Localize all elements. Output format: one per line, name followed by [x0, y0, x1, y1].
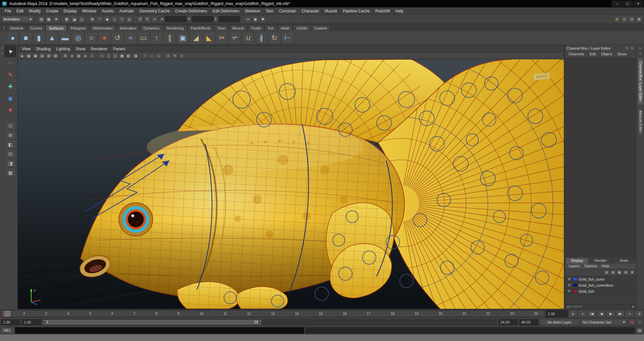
menu-pipeline-cache[interactable]: Pipeline Cache: [340, 8, 373, 14]
grease-pencil-icon[interactable]: ✎: [172, 53, 178, 59]
collapse-toolbox-icon[interactable]: ◂: [0, 46, 3, 50]
field-chart-icon[interactable]: ▩: [119, 53, 125, 59]
planar-icon[interactable]: ▭: [138, 32, 150, 44]
detach-surfaces-icon[interactable]: ∦: [255, 32, 267, 44]
dock-panel-icon[interactable]: □: [625, 46, 629, 51]
layer-row-gold-fish[interactable]: VGold_fish: [566, 288, 635, 294]
multisample-icon[interactable]: ≡: [178, 53, 185, 59]
maximize-button[interactable]: □: [623, 1, 633, 7]
make-live-icon[interactable]: ◎: [126, 16, 133, 23]
bookmark-icon[interactable]: ▥: [46, 53, 52, 59]
menu-set-dropdown[interactable]: Animation ▾: [1, 16, 34, 22]
scroll-left-icon[interactable]: ◀: [567, 305, 569, 308]
rotate-tool[interactable]: ◉: [5, 93, 16, 104]
output-connections-icon[interactable]: ↻: [144, 16, 151, 23]
shelf-tab-nhair[interactable]: nHair: [277, 25, 293, 31]
z-input[interactable]: [219, 16, 240, 22]
script-editor-icon[interactable]: ▤: [636, 327, 643, 334]
titlebar[interactable]: M Autodesk Maya 2014: D:\models_temp\Tes…: [0, 0, 644, 7]
wireframe-on-shaded-icon[interactable]: ◇: [155, 53, 162, 59]
collapse-shelf-icon[interactable]: ◂: [0, 51, 3, 55]
menu-create-deformers[interactable]: Create Deformers: [172, 8, 210, 14]
shelf-tab-polygons[interactable]: Polygons: [67, 25, 89, 31]
trim-icon[interactable]: ✂: [216, 32, 228, 44]
shelf-tab-surfaces[interactable]: Surfaces: [46, 25, 67, 31]
nurbs-square-icon[interactable]: ∗: [98, 32, 110, 44]
untrim-icon[interactable]: ✃: [229, 32, 241, 44]
scroll-right-icon[interactable]: ▶: [633, 305, 635, 308]
shadows-icon[interactable]: ◐: [89, 53, 95, 59]
layer-color-swatch[interactable]: [573, 290, 577, 293]
channels-menu-object[interactable]: Object: [599, 52, 614, 58]
lasso-tool[interactable]: ◌: [5, 57, 16, 69]
layer-menu-layers[interactable]: Layers: [567, 264, 582, 269]
shelf-tab-fur[interactable]: Fur: [265, 25, 277, 31]
viewport-menu-show[interactable]: Show: [73, 46, 88, 52]
channels-menu-edit[interactable]: Edit: [587, 52, 598, 58]
save-scene-icon[interactable]: ▼: [53, 16, 60, 23]
select-component-icon[interactable]: ◫: [78, 16, 85, 23]
viewport-menu-shading[interactable]: Shading: [33, 46, 53, 52]
camera-lock-icon[interactable]: ▣: [32, 53, 39, 59]
layer-visibility-toggle[interactable]: V: [567, 289, 572, 293]
menu-create[interactable]: Create: [43, 8, 61, 14]
boundary-icon[interactable]: ▣: [177, 32, 189, 44]
shelf-tab-ncloth[interactable]: nCloth: [293, 25, 311, 31]
layer-tab-anim[interactable]: Anim: [612, 258, 636, 264]
range-slider-bar[interactable]: 1 24: [43, 320, 261, 325]
menu-modify[interactable]: Modify: [26, 8, 43, 14]
construction-history-icon[interactable]: ≡: [151, 16, 158, 23]
range-slider[interactable]: 1 24: [43, 319, 497, 325]
menu-skeleton[interactable]: Skeleton: [242, 8, 263, 14]
resolution-gate-icon[interactable]: ▭: [99, 53, 105, 59]
bevel-icon[interactable]: ◢: [190, 32, 202, 44]
channels-menu-channels[interactable]: Channels: [566, 52, 586, 58]
menu-help[interactable]: Help: [392, 8, 406, 14]
channel-box-tab[interactable]: Channel Box / Layer Editor: [637, 58, 644, 105]
layer-menu-help[interactable]: Help: [600, 264, 611, 269]
close-button[interactable]: ×: [633, 1, 643, 7]
snap-grid-icon[interactable]: ⊞: [89, 16, 96, 23]
outliner-toggle-icon[interactable]: ⊡: [628, 16, 635, 23]
birail-icon[interactable]: ∥: [164, 32, 176, 44]
revolve-icon[interactable]: ↺: [111, 32, 123, 44]
grid-toggle-icon[interactable]: ⊞: [613, 16, 621, 23]
input-connections-icon[interactable]: ↺: [137, 16, 144, 23]
menu-muscle[interactable]: Muscle: [322, 8, 340, 14]
x-input[interactable]: [165, 16, 186, 22]
shelf-tab-general[interactable]: General: [7, 25, 26, 31]
nurbs-cone-icon[interactable]: ▲: [46, 32, 58, 44]
isolate-select-icon[interactable]: ⊙: [165, 53, 171, 59]
minimize-button[interactable]: –: [612, 1, 622, 7]
channels-area[interactable]: [566, 58, 636, 257]
lights-icon[interactable]: ●: [82, 53, 89, 59]
attach-surfaces-icon[interactable]: ∪: [242, 32, 254, 44]
nurbs-plane-icon[interactable]: ▬: [59, 32, 71, 44]
wireframe-icon[interactable]: ⊞: [62, 53, 68, 59]
menu-assets[interactable]: Assets: [99, 8, 116, 14]
shelf-tab-toon[interactable]: Toon: [214, 25, 229, 31]
sidebar-toggle-icon[interactable]: ⊠: [636, 16, 643, 23]
anim-end-field[interactable]: 48.00: [519, 319, 539, 325]
layer-visibility-toggle[interactable]: V: [567, 277, 572, 281]
shelf-switch-icon[interactable]: ▴▾: [1, 24, 7, 31]
layer-tab-render[interactable]: Render: [589, 258, 612, 264]
safe-action-icon[interactable]: ◧: [125, 53, 132, 59]
shelf-tab-dynamics[interactable]: Dynamics: [140, 25, 163, 31]
menu-constrain[interactable]: Constrain: [276, 8, 299, 14]
ipr-render-icon[interactable]: ◉: [252, 16, 259, 23]
layer-menu-options[interactable]: Options: [582, 264, 599, 269]
anim-preferences-icon[interactable]: ◔: [636, 319, 643, 325]
layout-four-pane[interactable]: ⊞: [5, 130, 16, 139]
step-forward-frame-button[interactable]: ▶|: [615, 310, 625, 317]
open-scene-icon[interactable]: ▦: [45, 16, 52, 23]
layer-row-gold-fish-bone[interactable]: VGold_fish_bone: [566, 276, 635, 282]
attribute-editor-tab[interactable]: Attribute Editor: [637, 107, 644, 136]
anim-start-field[interactable]: 1.00: [1, 319, 20, 325]
layer-list-icon[interactable]: ▤: [604, 270, 609, 275]
shelf-tab-custom[interactable]: Custom: [311, 25, 330, 31]
shelf-tab-fluids[interactable]: Fluids: [248, 25, 264, 31]
open-close-surface-icon[interactable]: ↻: [268, 32, 280, 44]
paint-select-tool[interactable]: ✎: [5, 69, 16, 80]
snap-plane-icon[interactable]: ◇: [111, 16, 118, 23]
